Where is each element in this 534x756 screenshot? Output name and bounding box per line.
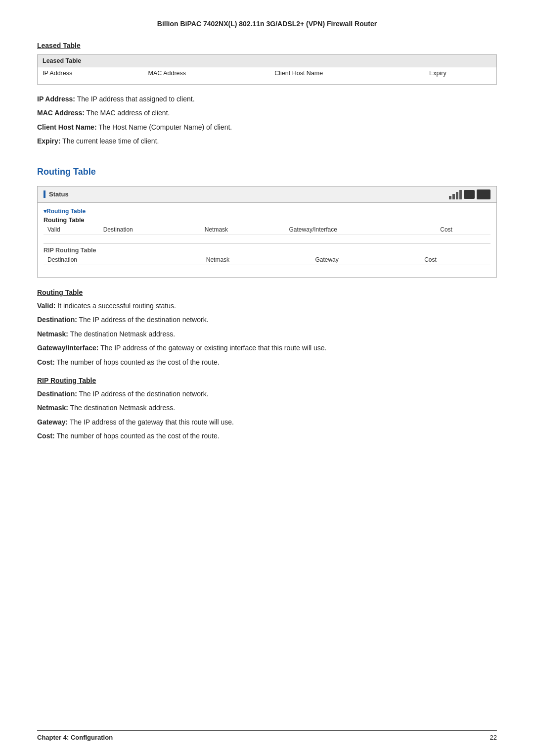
leased-desc-hostname: Client Host Name: The Host Name (Compute… xyxy=(37,122,497,133)
routing-section-title: Routing Table xyxy=(37,167,497,177)
routing-desc-gw: Gateway/Interface: The IP address of the… xyxy=(37,342,497,353)
leased-col-expiry: Expiry xyxy=(424,67,496,80)
routing-desc-netmask-text: The destination Netmask address. xyxy=(68,330,175,338)
routing-desc-cost-text: The number of hops counted as the cost o… xyxy=(55,358,220,366)
footer-page: 22 xyxy=(490,734,497,741)
routing-desc-valid-text: It indicates a successful routing status… xyxy=(55,302,176,310)
rip-desc-section: RIP Routing Table Destination: The IP ad… xyxy=(37,377,497,442)
routing-desc-gw-text: The IP address of the gateway or existin… xyxy=(99,344,327,352)
status-label: Status xyxy=(44,190,69,198)
signal-bars-icon xyxy=(449,189,462,199)
leased-desc-expiry: Expiry: The current lease time of client… xyxy=(37,136,497,146)
leased-col-hostname: Client Host Name xyxy=(269,67,424,80)
rip-desc-cost: Cost: The number of hops counted as the … xyxy=(37,430,497,441)
rip-desc-gw-text: The IP address of the gateway that this … xyxy=(68,418,234,426)
routing-desc-dest: Destination: The IP address of the desti… xyxy=(37,314,497,325)
rip-desc-netmask-text: The destination Netmask address. xyxy=(68,404,175,412)
routing-desc-valid: Valid: It indicates a successful routing… xyxy=(37,300,497,311)
leased-desc-mac: MAC Address: The MAC address of client. xyxy=(37,107,497,118)
rip-col-cost: Cost xyxy=(420,255,490,265)
rip-desc-cost-text: The number of hops counted as the cost o… xyxy=(55,432,220,440)
leased-desc-ip-text: The IP address that assigned to client. xyxy=(75,95,195,103)
status-icons xyxy=(449,189,490,199)
routing-col-cost: Cost xyxy=(436,225,490,235)
rip-col-netmask: Netmask xyxy=(202,255,312,265)
rip-desc-gw: Gateway: The IP address of the gateway t… xyxy=(37,417,497,427)
leased-desc-ip: IP Address: The IP address that assigned… xyxy=(37,94,497,104)
routing-desc-dest-bold: Destination: xyxy=(37,316,77,324)
rip-desc-cost-bold: Cost: xyxy=(37,432,55,440)
rip-desc-dest: Destination: The IP address of the desti… xyxy=(37,388,497,399)
leased-col-mac: MAC Address xyxy=(143,67,270,80)
leased-table-header-label: Leased Table xyxy=(38,55,497,67)
rip-desc-dest-bold: Destination: xyxy=(37,390,77,398)
leased-desc-hostname-text: The Host Name (Computer Name) of client. xyxy=(97,123,232,131)
rip-desc-title: RIP Routing Table xyxy=(37,377,497,384)
page-header: Billion BiPAC 7402NX(L) 802.11n 3G/ADSL2… xyxy=(37,20,497,28)
leased-table: Leased Table IP Address MAC Address Clie… xyxy=(37,54,497,85)
page: Billion BiPAC 7402NX(L) 802.11n 3G/ADSL2… xyxy=(0,0,534,756)
routing-desc-netmask: Netmask: The destination Netmask address… xyxy=(37,329,497,339)
routing-section: Routing Table Status xyxy=(37,167,497,442)
leased-desc-mac-text: The MAC address of client. xyxy=(85,109,170,117)
status-widget: Status ▾Routing Table xyxy=(37,186,497,278)
routing-desc-gw-bold: Gateway/Interface: xyxy=(37,344,99,352)
page-footer: Chapter 4: Configuration 22 xyxy=(37,730,497,741)
rip-desc-netmask-bold: Netmask: xyxy=(37,404,68,412)
routing-desc-valid-bold: Valid: xyxy=(37,302,55,310)
leased-table-title: Leased Table xyxy=(37,42,497,49)
routing-col-valid: Valid xyxy=(44,225,99,235)
leased-desc-expiry-bold: Expiry: xyxy=(37,137,60,145)
routing-desc-dest-text: The IP address of the destination networ… xyxy=(77,316,209,324)
routing-inner-title: ▾Routing Table xyxy=(44,208,490,215)
routing-desc-cost-bold: Cost: xyxy=(37,358,55,366)
routing-col-netmask: Netmask xyxy=(201,225,285,235)
status-widget-header: Status xyxy=(38,187,496,203)
routing-desc-section: Routing Table Valid: It indicates a succ… xyxy=(37,288,497,368)
routing-inner-table: Valid Destination Netmask Gateway/Interf… xyxy=(44,225,490,239)
rip-col-gw: Gateway xyxy=(311,255,420,265)
rip-section: RIP Routing Table Destination Netmask Ga… xyxy=(44,243,490,268)
leased-col-ip: IP Address xyxy=(38,67,143,80)
routing-desc-netmask-bold: Netmask: xyxy=(37,330,68,338)
leased-desc-ip-bold: IP Address: xyxy=(37,95,75,103)
rip-col-empty xyxy=(175,255,202,265)
rip-desc-dest-text: The IP address of the destination networ… xyxy=(77,390,209,398)
rip-desc-gw-bold: Gateway: xyxy=(37,418,68,426)
routing-sub-title: Routing Table xyxy=(44,217,490,224)
leased-desc-expiry-text: The current lease time of client. xyxy=(60,137,159,145)
rip-inner-table: Destination Netmask Gateway Cost xyxy=(44,255,490,268)
leased-desc-hostname-bold: Client Host Name: xyxy=(37,123,97,131)
routing-desc-cost: Cost: The number of hops counted as the … xyxy=(37,357,497,368)
network-icon xyxy=(464,190,475,199)
footer-chapter: Chapter 4: Configuration xyxy=(37,734,113,741)
rip-table-title: RIP Routing Table xyxy=(44,247,490,254)
routing-desc-title: Routing Table xyxy=(37,288,497,296)
routing-col-dest: Destination xyxy=(99,225,201,235)
rip-desc-netmask: Netmask: The destination Netmask address… xyxy=(37,402,497,413)
rip-col-dest: Destination xyxy=(44,255,175,265)
routing-inner-content: ▾Routing Table Routing Table Valid Desti… xyxy=(38,203,496,278)
routing-col-gw: Gateway/Interface xyxy=(285,225,437,235)
square-icon xyxy=(477,189,490,199)
header-title: Billion BiPAC 7402NX(L) 802.11n 3G/ADSL2… xyxy=(157,20,377,28)
leased-desc-mac-bold: MAC Address: xyxy=(37,109,85,117)
